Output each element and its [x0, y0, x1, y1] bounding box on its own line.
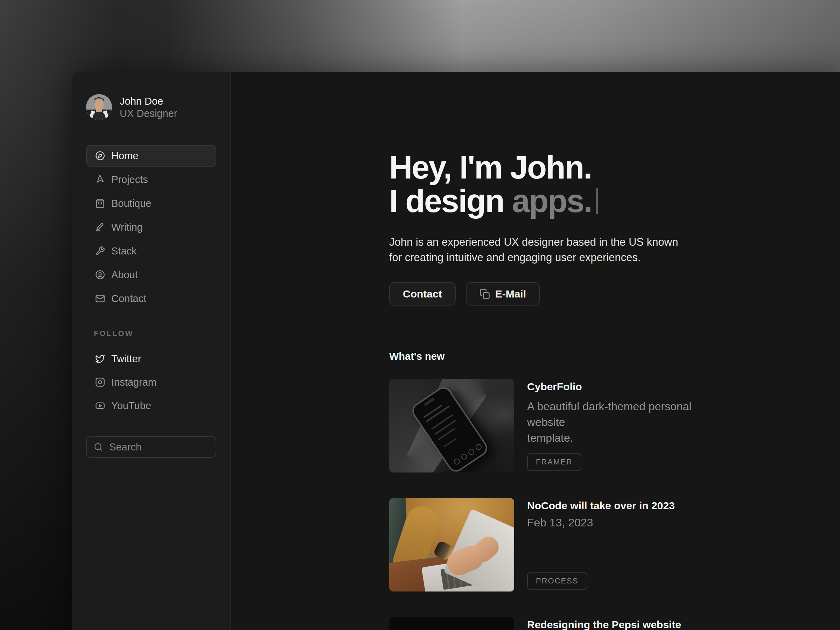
twitter-icon: [95, 354, 105, 364]
sidebar-item-label: Contact: [111, 293, 146, 305]
pen-icon: [95, 222, 105, 232]
follow-label: FOLLOW: [94, 329, 216, 338]
profile-name: John Doe: [120, 95, 177, 107]
article-image-cyberfolio: [389, 379, 514, 472]
avatar: [86, 94, 112, 120]
main-content: Hey, I'm John. I design apps. John is an…: [231, 72, 840, 630]
phone-mockup: [409, 384, 490, 472]
sidebar-item-label: About: [111, 269, 138, 281]
article-description: A beautiful dark-themed personal website…: [527, 399, 723, 446]
search-icon: [94, 442, 103, 452]
hero-buttons: Contact E-Mail: [389, 282, 819, 306]
article-card-cyberfolio[interactable]: CyberFolio A beautiful dark-themed perso…: [389, 379, 819, 472]
article-image-nocode: [389, 498, 514, 592]
article-text: Redesigning the Pepsi website: [527, 617, 723, 630]
article-text: CyberFolio A beautiful dark-themed perso…: [527, 379, 723, 472]
sidebar-item-youtube[interactable]: YouTube: [86, 395, 216, 417]
typing-cursor: [596, 188, 598, 214]
section-title-whats-new: What's new: [389, 351, 819, 362]
compass-icon: [95, 151, 105, 161]
youtube-icon: [95, 401, 105, 411]
sidebar-item-writing[interactable]: Writing: [86, 216, 216, 238]
email-button-label: E-Mail: [495, 288, 526, 300]
sidebar-item-twitter[interactable]: Twitter: [86, 348, 216, 369]
sidebar-item-instagram[interactable]: Instagram: [86, 371, 216, 393]
article-image-pepsi: [389, 617, 514, 630]
sidebar-item-stack[interactable]: Stack: [86, 240, 216, 262]
wrench-icon: [95, 246, 105, 256]
sidebar-nav: Home Projects Boutique Writing Stack Abo…: [86, 145, 216, 309]
article-title: NoCode will take over in 2023: [527, 499, 723, 512]
hero-line2-prefix: I design: [389, 183, 504, 219]
sidebar-item-contact[interactable]: Contact: [86, 288, 216, 309]
social-links: Twitter Instagram YouTube: [86, 348, 216, 417]
sidebar-item-label: Instagram: [111, 377, 156, 388]
copy-icon: [480, 289, 490, 299]
sidebar: John Doe UX Designer Home Projects Bouti…: [72, 72, 231, 630]
hero-line1: Hey, I'm John.: [389, 150, 592, 185]
profile: John Doe UX Designer: [86, 94, 216, 120]
contact-button-label: Contact: [403, 288, 442, 300]
sidebar-item-label: Twitter: [111, 353, 141, 365]
hero-highlight: apps.: [512, 183, 592, 219]
article-tag: FRAMER: [527, 453, 581, 471]
mail-icon: [95, 294, 105, 303]
user-icon: [95, 270, 105, 279]
sidebar-item-boutique[interactable]: Boutique: [86, 193, 216, 214]
contact-button[interactable]: Contact: [389, 282, 456, 306]
hero-description: John is an experienced UX designer based…: [389, 235, 819, 265]
article-text: NoCode will take over in 2023 Feb 13, 20…: [527, 498, 723, 592]
sidebar-item-label: Stack: [111, 245, 137, 257]
sidebar-item-label: YouTube: [111, 400, 151, 412]
sidebar-item-label: Projects: [111, 174, 148, 185]
article-card-nocode[interactable]: NoCode will take over in 2023 Feb 13, 20…: [389, 498, 819, 592]
sidebar-item-about[interactable]: About: [86, 264, 216, 286]
sidebar-item-label: Home: [111, 150, 138, 162]
search-box: [86, 436, 216, 458]
email-button[interactable]: E-Mail: [466, 282, 540, 306]
article-tag: PROCESS: [527, 572, 587, 590]
sidebar-item-home[interactable]: Home: [86, 145, 216, 167]
article-date: Feb 13, 2023: [527, 516, 723, 529]
article-card-pepsi[interactable]: Redesigning the Pepsi website: [389, 617, 819, 630]
search-input[interactable]: [87, 437, 216, 457]
article-title: CyberFolio: [527, 381, 723, 393]
sidebar-item-label: Writing: [111, 221, 143, 233]
profile-text: John Doe UX Designer: [120, 95, 177, 119]
article-title: Redesigning the Pepsi website: [527, 619, 723, 630]
sidebar-item-projects[interactable]: Projects: [86, 169, 216, 190]
hero-heading: Hey, I'm John. I design apps.: [389, 150, 819, 218]
instagram-icon: [95, 377, 105, 387]
mouse-pointer-icon: [95, 175, 105, 185]
profile-role: UX Designer: [120, 107, 177, 119]
shopping-bag-icon: [95, 199, 105, 208]
sidebar-item-label: Boutique: [111, 198, 152, 209]
app-window: John Doe UX Designer Home Projects Bouti…: [72, 72, 840, 630]
